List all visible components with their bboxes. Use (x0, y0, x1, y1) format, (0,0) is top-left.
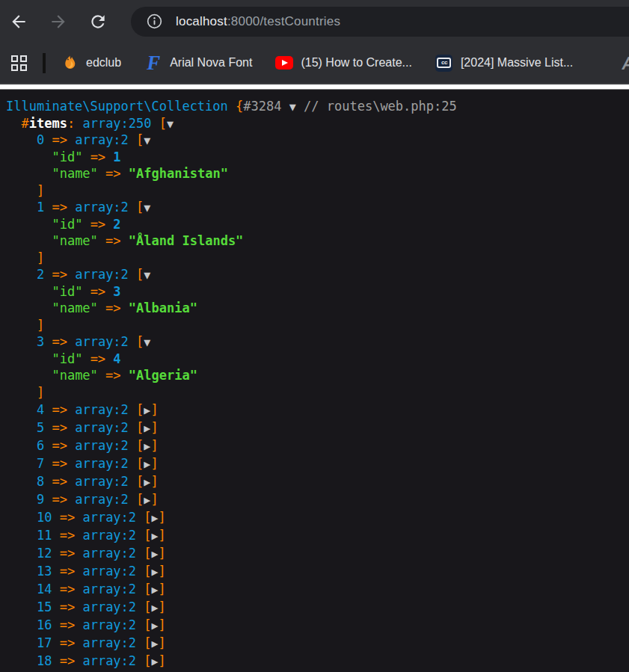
arrow-token: => (90, 149, 105, 164)
close-bracket-token: ] (150, 402, 158, 417)
close-bracket-token: ] (159, 617, 166, 632)
entry-key: "id" (52, 284, 82, 299)
entry-type: array:2 (82, 582, 136, 597)
toggle-expanded-icon[interactable]: ▼ (144, 201, 150, 215)
open-bracket-token: [ (136, 334, 144, 349)
close-bracket-token: ] (150, 474, 158, 489)
url-path: :8000/testCountries (227, 14, 340, 28)
close-bracket-token: ] (150, 420, 158, 435)
close-bracket-token: ] (37, 250, 44, 265)
entry-index: 9 (37, 492, 44, 507)
arrow-token: => (52, 334, 67, 349)
close-bracket-token: ] (159, 599, 166, 614)
dump-line: 9 => array:2 [▶] (6, 490, 629, 508)
arrow-token: => (60, 528, 75, 543)
toggle-expanded-icon[interactable]: ▼ (289, 100, 296, 114)
dump-line: ] (6, 182, 629, 200)
toggle-collapsed-icon[interactable]: ▶ (152, 601, 159, 614)
entry-index: 4 (37, 402, 44, 417)
close-bracket-token: ] (159, 564, 166, 579)
entry-index: 0 (37, 132, 44, 147)
url-bar[interactable]: localhost:8000/testCountries (131, 7, 629, 37)
entry-index: 11 (37, 528, 52, 543)
site-info-icon[interactable] (146, 13, 163, 30)
bookmark-arial-nova-font[interactable]: F Arial Nova Font (144, 54, 252, 72)
bookmark-youtube-video[interactable]: (15) How to Create... (275, 54, 412, 72)
arrow-token: => (105, 233, 120, 248)
entry-index: 3 (37, 334, 44, 349)
entry-type: array:2 (75, 267, 129, 282)
open-brace-token: { (236, 99, 243, 114)
entry-index: 13 (37, 564, 52, 579)
entry-index: 7 (37, 456, 44, 471)
dump-line: 5 => array:2 [▶] (6, 419, 629, 437)
close-bracket-token: ] (159, 546, 166, 561)
open-bracket-token: [ (136, 267, 144, 282)
var-dump-output: Illuminate\Support\Collection {#3284 ▼ /… (0, 90, 629, 672)
arrow-token: => (90, 217, 105, 232)
toggle-collapsed-icon[interactable]: ▶ (152, 637, 159, 650)
bookmark-edclub[interactable]: edclub (61, 54, 121, 72)
arrow-token: => (52, 267, 67, 282)
arrow-token: => (52, 402, 67, 417)
back-icon[interactable] (9, 12, 28, 31)
entry-type: array:2 (75, 402, 129, 417)
entry-type: array:2 (75, 334, 129, 349)
toggle-collapsed-icon[interactable]: ▶ (152, 655, 159, 668)
reload-icon[interactable] (88, 12, 108, 31)
entry-index: 16 (37, 617, 52, 632)
toggle-expanded-icon[interactable]: ▼ (144, 134, 150, 147)
toggle-collapsed-icon[interactable]: ▶ (152, 565, 159, 579)
toggle-collapsed-icon[interactable]: ▶ (152, 529, 159, 543)
arrow-token: => (105, 368, 120, 383)
entry-name-value: "Algeria" (129, 368, 197, 383)
arrow-token: => (60, 653, 75, 668)
entry-key: "id" (52, 217, 82, 232)
dump-line: 11 => array:2 [▶] (6, 526, 629, 544)
entry-index: 10 (37, 510, 52, 525)
bookmark-massive-list[interactable]: cc [2024] Massive List... (435, 54, 573, 72)
toggle-expanded-icon[interactable]: ▼ (144, 268, 150, 282)
class-name: Illuminate\Support\Collection (6, 99, 228, 114)
toggle-collapsed-icon[interactable]: ▶ (152, 547, 159, 561)
entry-index: 5 (37, 420, 44, 435)
forward-icon[interactable] (49, 12, 68, 31)
toggle-expanded-icon[interactable]: ▼ (144, 336, 150, 349)
close-bracket-token: ] (150, 456, 158, 471)
arrow-token: => (52, 456, 67, 471)
dump-line: 17 => array:2 [▶] (6, 634, 629, 652)
open-bracket-token: [ (144, 564, 151, 579)
partial-bookmark-icon: A (622, 54, 629, 74)
arrow-token: => (60, 617, 75, 632)
entry-name-value: "Albania" (129, 300, 197, 315)
close-bracket-token: ] (37, 318, 44, 333)
entry-key: "name" (52, 233, 97, 248)
apps-grid-cell (20, 64, 27, 71)
arrow-token: => (60, 582, 75, 597)
object-ref: #3284 (243, 99, 281, 114)
dump-line: ] (6, 384, 629, 401)
toggle-collapsed-icon[interactable]: ▶ (152, 583, 159, 597)
entry-index: 6 (37, 438, 44, 453)
close-bracket-token: ] (159, 653, 166, 668)
entry-index: 12 (37, 546, 52, 561)
open-bracket-token: [ (136, 456, 144, 471)
toggle-expanded-icon[interactable]: ▼ (167, 117, 174, 131)
dump-line: 6 => array:2 [▶] (6, 437, 629, 454)
dump-line: Illuminate\Support\Collection {#3284 ▼ /… (6, 98, 629, 115)
toggle-collapsed-icon[interactable]: ▶ (152, 511, 159, 525)
entry-type: array:2 (82, 635, 136, 650)
bookmarks-bar: edclub F Arial Nova Font (15) How to Cre… (0, 43, 629, 83)
url-text[interactable]: localhost:8000/testCountries (176, 14, 340, 29)
dump-line: 2 => array:2 [▼ (6, 266, 629, 283)
open-bracket-token: [ (136, 132, 144, 147)
serif-f-icon: F (144, 54, 162, 72)
toggle-collapsed-icon[interactable]: ▶ (152, 619, 159, 632)
open-bracket-token: [ (136, 402, 144, 417)
entry-type: array:2 (75, 420, 129, 435)
dump-line: 8 => array:2 [▶] (6, 472, 629, 490)
arrow-token: => (60, 564, 75, 579)
open-bracket-token: [ (144, 546, 151, 561)
dump-line: 0 => array:2 [▼ (6, 132, 629, 149)
apps-grid-icon[interactable] (11, 55, 27, 71)
